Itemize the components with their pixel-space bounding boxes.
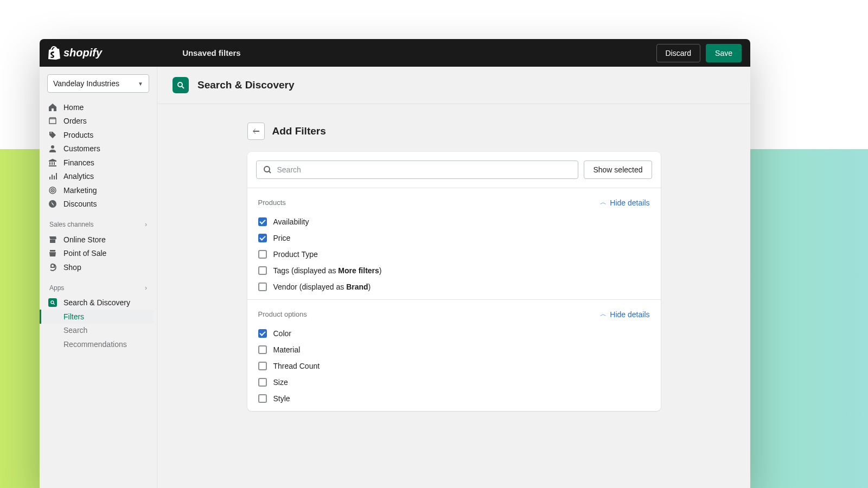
customers-icon bbox=[48, 144, 57, 153]
nav-home[interactable]: Home bbox=[43, 100, 154, 114]
filter-option-label: Tags (displayed as More filters) bbox=[273, 266, 382, 275]
search-discovery-app-icon bbox=[173, 77, 189, 93]
checkbox[interactable] bbox=[258, 250, 267, 259]
nav-finances[interactable]: Finances bbox=[43, 156, 154, 170]
checkbox[interactable] bbox=[258, 378, 267, 387]
checkbox[interactable] bbox=[258, 234, 267, 242]
chevron-up-icon: ︿ bbox=[600, 198, 607, 207]
filter-option-label: Material bbox=[273, 345, 301, 354]
filter-option-label: Thread Count bbox=[273, 362, 320, 370]
analytics-icon bbox=[48, 172, 57, 181]
nav-marketing[interactable]: Marketing bbox=[43, 183, 154, 197]
chevron-up-icon: ︿ bbox=[600, 310, 607, 319]
nav-online-store[interactable]: Online Store bbox=[43, 233, 154, 247]
checkbox[interactable] bbox=[258, 217, 267, 226]
store-selector[interactable]: Vandelay Industries ▼ bbox=[47, 74, 149, 93]
nav-point-of-sale[interactable]: Point of Sale bbox=[43, 247, 154, 261]
filter-option[interactable]: Color bbox=[258, 325, 650, 342]
filter-option[interactable]: Vendor (displayed as Brand) bbox=[258, 279, 650, 295]
nav-label: Online Store bbox=[63, 235, 106, 244]
nav-orders[interactable]: Orders bbox=[43, 114, 154, 129]
nav-sub-search[interactable]: Search bbox=[43, 324, 154, 338]
checkbox[interactable] bbox=[258, 394, 267, 403]
back-button[interactable] bbox=[247, 123, 265, 140]
caret-down-icon: ▼ bbox=[138, 81, 143, 87]
chevron-right-icon[interactable]: › bbox=[145, 221, 147, 228]
filters-card: Show selected Products︿Hide detailsAvail… bbox=[247, 152, 661, 411]
filter-section: Products︿Hide detailsAvailabilityPricePr… bbox=[247, 188, 661, 300]
store-icon bbox=[48, 235, 57, 244]
filter-option[interactable]: Tags (displayed as More filters) bbox=[258, 262, 650, 279]
checkbox[interactable] bbox=[258, 282, 267, 291]
nav-label: Products bbox=[63, 131, 93, 139]
filter-option-label: Vendor (displayed as Brand) bbox=[273, 282, 371, 291]
sidebar: Vandelay Industries ▼ Home Orders Produc… bbox=[40, 67, 157, 488]
search-icon bbox=[263, 165, 272, 174]
filter-option[interactable]: Product Type bbox=[258, 246, 650, 262]
filter-option[interactable]: Style bbox=[258, 390, 650, 407]
save-button[interactable]: Save bbox=[706, 44, 742, 62]
filter-option[interactable]: Availability bbox=[258, 214, 650, 230]
show-selected-button[interactable]: Show selected bbox=[584, 160, 652, 179]
filter-option-label: Price bbox=[273, 234, 291, 242]
nav-search-discovery[interactable]: Search & Discovery bbox=[43, 296, 154, 310]
filter-option[interactable]: Thread Count bbox=[258, 358, 650, 374]
nav-sub-recommendations[interactable]: Recommendations bbox=[43, 337, 154, 351]
sales-channels-heading: Sales channels › bbox=[43, 216, 154, 233]
hide-details-toggle[interactable]: ︿Hide details bbox=[600, 198, 649, 207]
hide-details-toggle[interactable]: ︿Hide details bbox=[600, 310, 649, 319]
nav-label: Finances bbox=[63, 158, 94, 167]
filter-option-label: Availability bbox=[273, 217, 309, 226]
home-icon bbox=[48, 103, 57, 112]
apps-heading: Apps › bbox=[43, 280, 154, 296]
checkbox[interactable] bbox=[258, 266, 267, 275]
search-box[interactable] bbox=[256, 160, 579, 179]
shopify-bag-icon bbox=[48, 46, 60, 60]
nav-label: Search & Discovery bbox=[63, 298, 130, 307]
main-header: Search & Discovery bbox=[157, 67, 750, 104]
checkbox[interactable] bbox=[258, 345, 267, 354]
page-title-row: Add Filters bbox=[247, 123, 661, 140]
nav-products[interactable]: Products bbox=[43, 128, 154, 142]
app-window: shopify Unsaved filters Discard Save Van… bbox=[40, 39, 750, 488]
section-header: Products︿Hide details bbox=[258, 198, 650, 207]
filter-option[interactable]: Material bbox=[258, 342, 650, 358]
section-header: Product options︿Hide details bbox=[258, 310, 650, 319]
search-discovery-icon bbox=[48, 298, 57, 307]
app-title: Search & Discovery bbox=[197, 79, 295, 91]
chevron-right-icon[interactable]: › bbox=[145, 284, 147, 292]
store-name: Vandelay Industries bbox=[53, 79, 119, 88]
checkbox[interactable] bbox=[258, 362, 267, 370]
orders-icon bbox=[48, 117, 57, 125]
filter-option-label: Color bbox=[273, 329, 291, 338]
displayed-as-value: Brand bbox=[346, 282, 368, 291]
finances-icon bbox=[48, 158, 57, 167]
search-input[interactable] bbox=[277, 165, 572, 174]
filter-section: Product options︿Hide detailsColorMateria… bbox=[247, 300, 661, 411]
checkbox[interactable] bbox=[258, 329, 267, 338]
top-bar: shopify Unsaved filters Discard Save bbox=[40, 39, 750, 67]
page-title: Add Filters bbox=[272, 125, 326, 137]
filter-option-label: Style bbox=[273, 394, 290, 403]
filter-option-label: Size bbox=[273, 378, 288, 387]
filter-option[interactable]: Size bbox=[258, 374, 650, 390]
section-title: Products bbox=[258, 198, 286, 207]
shopify-logo: shopify bbox=[48, 46, 102, 60]
discard-button[interactable]: Discard bbox=[656, 44, 700, 62]
svg-point-1 bbox=[178, 82, 182, 87]
filter-option[interactable]: Price bbox=[258, 230, 650, 246]
displayed-as-value: More filters bbox=[338, 266, 379, 275]
nav-discounts[interactable]: Discounts bbox=[43, 197, 154, 211]
unsaved-indicator: Unsaved filters bbox=[182, 48, 241, 57]
filter-option-label: Product Type bbox=[273, 250, 318, 259]
shop-icon bbox=[48, 263, 57, 272]
search-row: Show selected bbox=[247, 152, 661, 188]
nav-shop[interactable]: Shop bbox=[43, 260, 154, 274]
nav-sub-filters[interactable]: Filters bbox=[40, 310, 154, 324]
nav-label: Point of Sale bbox=[63, 249, 106, 258]
nav-label: Shop bbox=[63, 263, 81, 272]
nav-customers[interactable]: Customers bbox=[43, 142, 154, 156]
section-title: Product options bbox=[258, 310, 307, 318]
nav-analytics[interactable]: Analytics bbox=[43, 170, 154, 184]
main-area: Search & Discovery Add Filters bbox=[157, 67, 750, 488]
